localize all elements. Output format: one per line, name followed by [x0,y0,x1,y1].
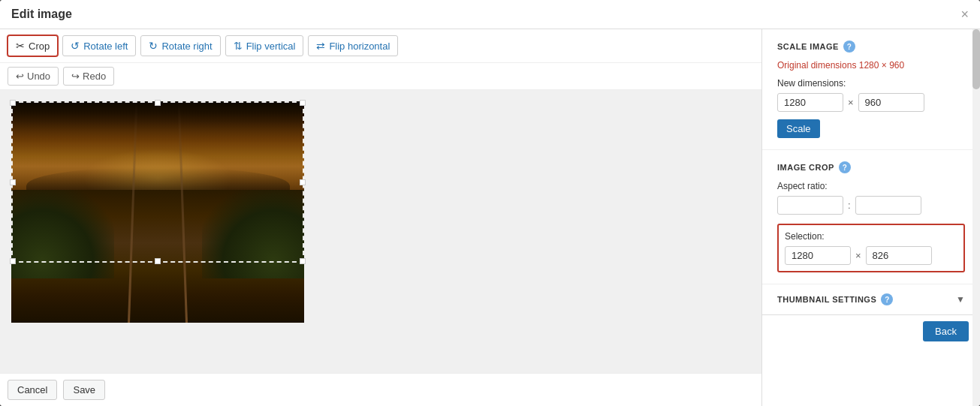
scrollbar-track[interactable] [972,29,980,406]
original-dimensions: Original dimensions 1280 × 960 [777,60,965,71]
selection-row: × [785,246,957,265]
redo-button[interactable]: ↪ Redo [63,67,114,86]
toolbar: ✂ Crop ↺ Rotate left ↻ Rotate right ⇅ Fl… [0,29,761,63]
undo-icon: ↩ [16,71,24,82]
crop-icon: ✂ [16,40,25,52]
rotate-right-label: Rotate right [161,41,212,52]
aspect-ratio-row: : [777,196,965,215]
redo-label: Redo [83,71,106,82]
aspect-separator: : [848,200,851,211]
rotate-left-label: Rotate left [83,41,128,52]
new-dims-label: New dimensions: [777,78,965,89]
aspect-height-input[interactable] [855,196,921,215]
crop-help-icon[interactable]: ? [839,161,851,173]
thumbnail-collapse-icon[interactable]: ▼ [956,294,965,305]
railway-image [11,101,304,323]
selection-label: Selection: [785,231,957,242]
flip-vertical-icon: ⇅ [234,40,243,52]
dims-x-separator: × [848,97,854,108]
undo-button[interactable]: ↩ Undo [8,67,59,86]
flip-horizontal-icon: ⇄ [316,40,325,52]
redo-icon: ↪ [71,71,80,82]
image-canvas [0,90,761,373]
scale-help-icon[interactable]: ? [843,41,855,53]
selection-width-input[interactable] [785,246,851,265]
rotate-left-icon: ↺ [71,40,80,52]
thumbnail-help-icon[interactable]: ? [881,293,893,305]
undo-label: Undo [27,71,50,82]
image-crop-section: IMAGE CROP ? Aspect ratio: : Selection: … [762,150,980,284]
rotate-left-button[interactable]: ↺ Rotate left [62,35,136,56]
flip-vertical-label: Flip vertical [246,41,296,52]
new-dims-row: × [777,93,965,112]
modal-header: Edit image × [0,0,980,29]
modal-body: ✂ Crop ↺ Rotate left ↻ Rotate right ⇅ Fl… [0,29,980,406]
selection-group: Selection: × [777,224,965,272]
dims-sep: × [882,60,889,71]
thumbnail-title-row: THUMBNAIL SETTINGS ? [777,293,893,305]
main-editing-area: ✂ Crop ↺ Rotate left ↻ Rotate right ⇅ Fl… [0,29,762,406]
close-button[interactable]: × [960,8,969,21]
image-container [11,101,304,323]
selection-height-input[interactable] [866,246,932,265]
vegetation-right [202,190,305,278]
image-crop-header: IMAGE CROP ? [777,161,965,173]
original-height: 960 [889,60,904,71]
thumbnail-section: THUMBNAIL SETTINGS ? ▼ [762,284,980,314]
thumbnail-header: THUMBNAIL SETTINGS ? ▼ [777,293,965,305]
back-area: Back [762,314,980,347]
thumbnail-title: THUMBNAIL SETTINGS [777,295,876,304]
new-width-input[interactable] [777,93,843,112]
image-crop-title: IMAGE CROP [777,163,834,172]
scale-image-header: SCALE IMAGE ? [777,41,965,53]
crop-label: Crop [29,41,50,52]
scale-button[interactable]: Scale [777,119,820,138]
original-dims-label: Original dimensions [777,60,856,71]
vegetation-left [11,190,114,278]
modal-title: Edit image [11,8,72,21]
scrollbar-thumb[interactable] [972,29,980,89]
new-height-input[interactable] [858,93,924,112]
modal-footer: Cancel Save [0,373,761,406]
aspect-width-input[interactable] [777,196,843,215]
undo-redo-toolbar: ↩ Undo ↪ Redo [0,63,761,90]
flip-vertical-button[interactable]: ⇅ Flip vertical [225,35,304,56]
scale-image-section: SCALE IMAGE ? Original dimensions 1280 ×… [762,29,980,150]
edit-image-modal: Edit image × ✂ Crop ↺ Rotate left ↻ Rota… [0,0,980,406]
crop-button[interactable]: ✂ Crop [8,35,58,56]
right-panel: SCALE IMAGE ? Original dimensions 1280 ×… [762,29,980,406]
save-button[interactable]: Save [63,380,105,400]
selection-separator: × [855,250,861,261]
flip-horizontal-button[interactable]: ⇄ Flip horizontal [308,35,398,56]
aspect-ratio-label: Aspect ratio: [777,181,965,191]
rotate-right-icon: ↻ [149,40,158,52]
flip-horizontal-label: Flip horizontal [329,41,390,52]
scale-image-title: SCALE IMAGE [777,42,839,51]
rotate-right-button[interactable]: ↻ Rotate right [140,35,220,56]
original-width: 1280 [859,60,879,71]
cancel-button[interactable]: Cancel [8,380,57,400]
back-button[interactable]: Back [923,321,969,341]
